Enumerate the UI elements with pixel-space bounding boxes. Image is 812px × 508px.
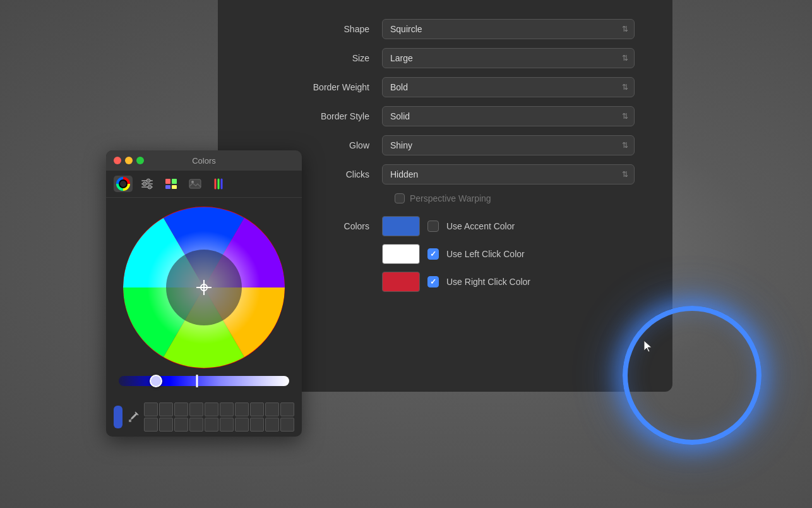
swatch-cell[interactable] bbox=[265, 402, 279, 416]
clicks-select-wrapper: Hidden Visible Always ⇅ bbox=[382, 164, 635, 184]
clicks-row: Clicks Hidden Visible Always ⇅ bbox=[256, 164, 635, 184]
shape-select-wrapper: Squircle Circle Square Arrow ⇅ bbox=[382, 19, 635, 39]
glow-select-wrapper: None Subtle Shiny Intense ⇅ bbox=[382, 135, 635, 155]
color-wheel-container bbox=[106, 198, 302, 397]
glow-label: Glow bbox=[256, 140, 382, 150]
left-click-color-swatch[interactable] bbox=[382, 244, 420, 264]
shape-select[interactable]: Squircle Circle Square Arrow bbox=[382, 19, 635, 39]
border-style-select-wrapper: Solid Dashed Dotted ⇅ bbox=[382, 106, 635, 126]
swatch-cell[interactable] bbox=[205, 418, 218, 432]
eyedropper-button[interactable] bbox=[128, 408, 139, 426]
size-label: Size bbox=[256, 53, 382, 63]
brightness-slider-container bbox=[119, 376, 289, 386]
slider-thumb[interactable] bbox=[150, 375, 162, 387]
accent-color-label: Use Accent Color bbox=[446, 221, 515, 231]
close-button[interactable] bbox=[114, 157, 121, 164]
svg-point-8 bbox=[146, 179, 150, 183]
glow-row: Glow None Subtle Shiny Intense ⇅ bbox=[256, 135, 635, 155]
colors-window-title: Colors bbox=[192, 156, 216, 166]
swatch-cell[interactable] bbox=[189, 418, 203, 432]
glow-circle bbox=[623, 306, 761, 445]
svg-rect-12 bbox=[172, 179, 177, 184]
swatch-cell[interactable] bbox=[159, 402, 173, 416]
colors-options: Use Accent Color ✓ Use Left Click Color … bbox=[382, 216, 530, 292]
border-weight-select-wrapper: Thin Normal Bold Extra Bold ⇅ bbox=[382, 77, 635, 97]
swatch-cell[interactable] bbox=[220, 418, 234, 432]
colors-window: Colors bbox=[106, 150, 302, 437]
current-color-swatch[interactable] bbox=[114, 406, 122, 428]
swatch-cell[interactable] bbox=[250, 402, 264, 416]
perspective-warping-checkbox[interactable] bbox=[395, 193, 405, 203]
svg-point-9 bbox=[143, 182, 146, 186]
size-select-wrapper: Small Medium Large Extra Large ⇅ bbox=[382, 48, 635, 68]
swatch-cell[interactable] bbox=[235, 402, 249, 416]
color-swatches-grid bbox=[144, 402, 294, 432]
border-style-select[interactable]: Solid Dashed Dotted bbox=[382, 106, 635, 126]
tab-wheel[interactable] bbox=[114, 176, 133, 192]
cursor-icon bbox=[643, 339, 655, 353]
svg-rect-15 bbox=[189, 179, 201, 188]
minimize-button[interactable] bbox=[125, 157, 133, 164]
maximize-button[interactable] bbox=[136, 157, 144, 164]
swatch-cell[interactable] bbox=[280, 418, 294, 432]
swatch-cell[interactable] bbox=[250, 418, 264, 432]
accent-color-swatch[interactable] bbox=[382, 216, 420, 236]
svg-point-10 bbox=[148, 185, 152, 189]
accent-color-row: Use Accent Color bbox=[382, 216, 530, 236]
tab-image[interactable] bbox=[186, 176, 205, 192]
color-wheel-svg bbox=[122, 205, 286, 370]
left-click-color-row: ✓ Use Left Click Color bbox=[382, 244, 530, 264]
swatch-cell[interactable] bbox=[174, 402, 188, 416]
left-click-checkmark: ✓ bbox=[430, 250, 436, 258]
border-style-label: Border Style bbox=[256, 111, 382, 121]
svg-rect-14 bbox=[172, 185, 177, 189]
glow-select[interactable]: None Subtle Shiny Intense bbox=[382, 135, 635, 155]
swatch-cell[interactable] bbox=[235, 418, 249, 432]
border-weight-select[interactable]: Thin Normal Bold Extra Bold bbox=[382, 77, 635, 97]
right-click-color-label: Use Right Click Color bbox=[446, 277, 530, 287]
colors-section: Colors Use Accent Color ✓ Use Left Click… bbox=[256, 216, 635, 292]
perspective-warping-row: Perspective Warping bbox=[256, 193, 635, 203]
right-click-checkmark: ✓ bbox=[430, 277, 436, 286]
border-weight-row: Border Weight Thin Normal Bold Extra Bol… bbox=[256, 77, 635, 97]
clicks-select[interactable]: Hidden Visible Always bbox=[382, 164, 635, 184]
colors-window-titlebar: Colors bbox=[106, 150, 302, 171]
slider-marker bbox=[196, 375, 198, 387]
swatch-cell[interactable] bbox=[159, 418, 173, 432]
accent-color-checkbox[interactable] bbox=[427, 221, 439, 232]
border-weight-label: Border Weight bbox=[256, 82, 382, 92]
swatch-cell[interactable] bbox=[220, 402, 234, 416]
colors-window-bottom bbox=[106, 397, 302, 437]
tab-palette[interactable] bbox=[162, 176, 181, 192]
tab-sliders[interactable] bbox=[138, 176, 157, 192]
color-picker-tabs bbox=[106, 171, 302, 198]
brightness-slider[interactable] bbox=[119, 376, 289, 386]
swatch-cell[interactable] bbox=[144, 402, 158, 416]
left-click-color-checkbox[interactable]: ✓ bbox=[427, 248, 439, 260]
swatch-cell[interactable] bbox=[174, 418, 188, 432]
swatch-cell[interactable] bbox=[189, 402, 203, 416]
perspective-warping-label: Perspective Warping bbox=[410, 193, 491, 203]
swatch-cell[interactable] bbox=[144, 418, 158, 432]
tab-pencils[interactable] bbox=[210, 176, 229, 192]
svg-rect-27 bbox=[129, 420, 131, 422]
svg-point-4 bbox=[121, 181, 126, 186]
right-click-color-swatch[interactable] bbox=[382, 272, 420, 292]
swatch-cell[interactable] bbox=[205, 402, 218, 416]
svg-rect-11 bbox=[165, 179, 170, 184]
color-wheel-wrapper[interactable] bbox=[122, 205, 286, 370]
right-click-color-checkbox[interactable]: ✓ bbox=[427, 276, 439, 287]
shape-label: Shape bbox=[256, 24, 382, 34]
size-row: Size Small Medium Large Extra Large ⇅ bbox=[256, 48, 635, 68]
left-click-color-label: Use Left Click Color bbox=[446, 249, 525, 259]
swatch-cell[interactable] bbox=[265, 418, 279, 432]
shape-row: Shape Squircle Circle Square Arrow ⇅ bbox=[256, 19, 635, 39]
size-select[interactable]: Small Medium Large Extra Large bbox=[382, 48, 635, 68]
svg-rect-13 bbox=[165, 185, 170, 189]
border-style-row: Border Style Solid Dashed Dotted ⇅ bbox=[256, 106, 635, 126]
swatch-cell[interactable] bbox=[280, 402, 294, 416]
right-click-color-row: ✓ Use Right Click Color bbox=[382, 272, 530, 292]
